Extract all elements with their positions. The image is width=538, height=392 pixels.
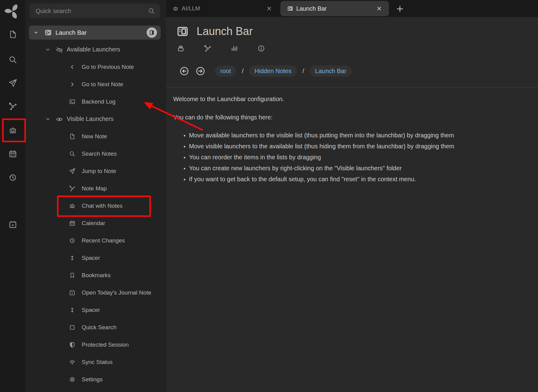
- tree-item-label: Bookmarks: [82, 272, 111, 279]
- open-todays-journal-icon[interactable]: [6, 218, 20, 231]
- tab-label: Launch Bar: [296, 5, 327, 12]
- shield-half-icon: [69, 341, 76, 348]
- tree-item-calendar[interactable]: Calendar: [25, 214, 166, 232]
- chat-with-notes-icon[interactable]: [6, 124, 20, 136]
- bookmark-icon: [69, 272, 76, 279]
- tree-item-label: Settings: [82, 376, 103, 383]
- tree-item-go-to-previous-note[interactable]: Go to Previous Note: [25, 58, 166, 76]
- tree-item-visible-launchers[interactable]: Visible Launchers: [25, 110, 166, 128]
- tree-item-search-notes[interactable]: Search Notes: [25, 145, 166, 162]
- list-item: Move available launchers to the visible …: [189, 130, 526, 141]
- chevron-down-icon[interactable]: [45, 116, 51, 122]
- ribbon-toolbar: [177, 43, 538, 54]
- recent-changes-icon[interactable]: [6, 171, 20, 184]
- tree-item-go-to-next-note[interactable]: Go to Next Note: [25, 76, 166, 93]
- list-item: Move visible launchers to the available …: [189, 141, 526, 152]
- similar-notes-icon[interactable]: [230, 44, 238, 52]
- search-notes-icon[interactable]: [6, 54, 20, 66]
- terminal-icon: [69, 98, 76, 105]
- tree-item-new-note[interactable]: New Note: [25, 128, 166, 145]
- tree-item-spacer-1[interactable]: Spacer: [25, 249, 166, 267]
- close-icon[interactable]: [265, 5, 273, 12]
- robot-icon: [69, 203, 76, 209]
- unhoist-button[interactable]: [147, 27, 157, 38]
- launcher-rail: [0, 0, 25, 392]
- tree-item-label: Backend Log: [82, 98, 116, 105]
- intro-text: Welcome to the Launchbar configuration.: [173, 95, 526, 103]
- jump-to-note-icon[interactable]: [6, 77, 20, 89]
- arrows-vertical-icon: [69, 255, 76, 261]
- note-map-icon[interactable]: [204, 44, 212, 52]
- tree-item-chat-with-notes[interactable]: Chat with Notes: [25, 197, 166, 214]
- tree-item-bookmarks[interactable]: Bookmarks: [25, 267, 166, 284]
- new-note-icon: [69, 133, 76, 140]
- tree-item-recent-changes[interactable]: Recent Changes: [25, 232, 166, 249]
- tab-launch-bar[interactable]: Launch Bar: [280, 1, 389, 16]
- tree-item-label: Spacer: [82, 307, 100, 313]
- trilium-logo-icon: [4, 3, 21, 19]
- chevron-down-icon[interactable]: [45, 47, 51, 53]
- basic-properties-icon[interactable]: [177, 44, 185, 52]
- note-info-icon[interactable]: [257, 44, 265, 52]
- search-icon: [148, 7, 155, 15]
- new-note-icon[interactable]: [6, 28, 20, 41]
- tree-item-label: Quick Search: [82, 324, 116, 331]
- list-item: You can create new launchers by right-cl…: [189, 163, 526, 174]
- tree-item-sync-status[interactable]: Sync Status: [25, 353, 166, 371]
- tree-item-protected-session[interactable]: Protected Session: [25, 336, 166, 353]
- note-content: Welcome to the Launchbar configuration. …: [166, 87, 538, 185]
- tree-item-label: Protected Session: [82, 341, 129, 348]
- breadcrumb-launch-bar[interactable]: Launch Bar: [310, 65, 352, 77]
- quick-search: [30, 4, 160, 18]
- clock-history-icon: [69, 237, 76, 244]
- tab-label: AI/LLM: [182, 5, 200, 12]
- breadcrumb-hidden-notes[interactable]: Hidden Notes: [249, 65, 297, 77]
- search-icon: [69, 150, 76, 157]
- breadcrumb: root / Hidden Notes / Launch Bar: [179, 65, 538, 77]
- chevron-down-icon[interactable]: [33, 30, 39, 36]
- close-icon[interactable]: [376, 5, 383, 12]
- calendar-icon: [69, 220, 76, 227]
- tree-item-jump-to-note[interactable]: Jump to Note: [25, 162, 166, 180]
- breadcrumb-root[interactable]: root: [215, 65, 236, 77]
- calendar-icon[interactable]: [6, 148, 20, 160]
- gear-icon: [69, 376, 76, 383]
- tree-item-spacer-2[interactable]: Spacer: [25, 301, 166, 319]
- tree-item-label: Go to Previous Note: [82, 64, 134, 70]
- subtitle-text: You can do the following things here:: [173, 113, 526, 122]
- tree-item-open-todays-journal[interactable]: Open Today's Journal Note: [25, 284, 166, 301]
- breadcrumb-separator: /: [242, 68, 244, 75]
- note-tree-pane: Launch Bar Available Launchers Go to Pre…: [25, 0, 166, 392]
- tree-item-note-map[interactable]: Note Map: [25, 180, 166, 197]
- arrows-vertical-icon: [69, 307, 76, 313]
- tree-item-available-launchers[interactable]: Available Launchers: [25, 41, 166, 58]
- quick-search-input[interactable]: [30, 4, 160, 18]
- back-icon[interactable]: [179, 66, 190, 76]
- new-tab-icon[interactable]: [395, 4, 404, 13]
- note-detail-pane: AI/LLM Launch Bar Launch Bar root /: [166, 0, 538, 392]
- note-map-icon[interactable]: [6, 100, 20, 112]
- note-title[interactable]: Launch Bar: [197, 25, 253, 38]
- tree-item-launch-bar[interactable]: Launch Bar: [29, 26, 161, 40]
- eye-slash-icon: [56, 46, 62, 53]
- tree-item-label: Recent Changes: [82, 237, 125, 244]
- tree-item-label: Sync Status: [82, 359, 112, 366]
- chevron-right-icon: [69, 81, 76, 88]
- tree-item-label: Spacer: [82, 255, 100, 261]
- tab-ai-llm[interactable]: AI/LLM: [173, 0, 200, 17]
- tree-item-label: Calendar: [82, 220, 105, 227]
- tree-item-quick-search[interactable]: Quick Search: [25, 319, 166, 336]
- list-item: If you want to get back to the default s…: [189, 174, 526, 185]
- note-tree: Available Launchers Go to Previous Note …: [25, 41, 166, 388]
- tree-item-settings[interactable]: Settings: [25, 371, 166, 388]
- eye-icon: [56, 116, 62, 122]
- tree-item-label: Visible Launchers: [67, 115, 114, 122]
- launch-bar-icon: [176, 25, 189, 38]
- breadcrumb-separator: /: [302, 68, 304, 75]
- tree-item-backend-log[interactable]: Backend Log: [25, 93, 166, 110]
- forward-icon[interactable]: [195, 66, 206, 76]
- wifi-icon: [69, 359, 76, 366]
- note-map-icon: [69, 185, 76, 192]
- tree-item-label: Note Map: [82, 185, 107, 192]
- tree-item-label: Jump to Note: [82, 168, 116, 175]
